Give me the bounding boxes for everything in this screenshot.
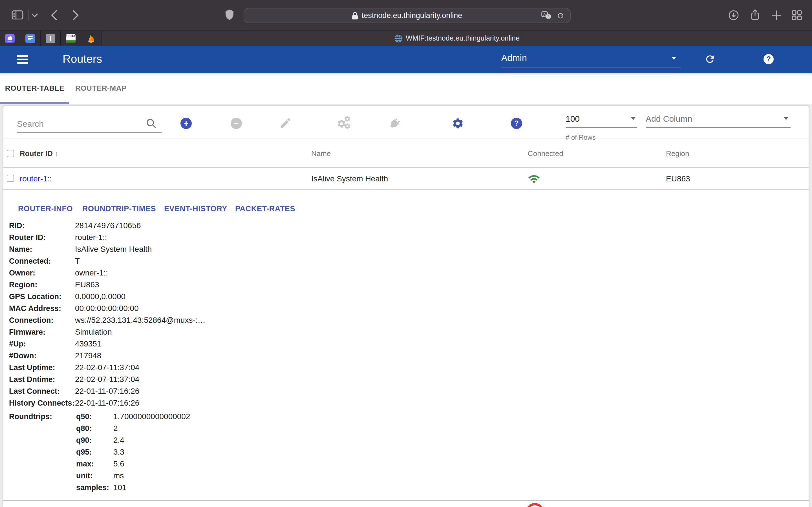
sort-ascending-icon: ↑ (55, 149, 58, 158)
detail-field-row: Region: EU863 (3, 279, 809, 291)
forward-icon[interactable] (72, 10, 79, 21)
chevron-down-icon (672, 57, 676, 60)
field-label: Firmware: (9, 326, 45, 338)
tab-label: ROUTER-TABLE (5, 84, 64, 93)
share-icon[interactable] (749, 8, 761, 21)
search-input[interactable] (17, 115, 162, 133)
detail-field-row: Connection: ws://52.233.131.43:52864@mux… (3, 314, 809, 326)
field-label: Roundtrips: (9, 411, 52, 422)
tab-router-table[interactable]: ROUTER-TABLE (0, 73, 69, 104)
roundtrips-row: q90: 2.4 (3, 434, 809, 446)
add-column-select[interactable]: Add Column (646, 106, 791, 140)
stat-value: 3.3 (113, 446, 124, 458)
column-header-connected[interactable]: Connected (528, 149, 563, 158)
new-tab-icon[interactable] (771, 10, 781, 20)
tab-router-map[interactable]: ROUTER-MAP (69, 73, 133, 104)
column-header-name[interactable]: Name (311, 149, 331, 158)
field-value: IsAlive System Health (75, 243, 152, 255)
field-label: MAC Address: (9, 302, 61, 314)
tab-roundtrip-times[interactable]: ROUNDTRIP-TIMES (82, 205, 156, 213)
tab-event-history[interactable]: EVENT-HISTORY (164, 205, 227, 213)
stat-label: max: (76, 458, 94, 470)
detail-field-row: Last Dntime: 22-02-07-11:37:04 (3, 374, 809, 385)
shield-icon[interactable] (225, 10, 234, 20)
detail-field-row: MAC Address: 00:00:00:00:00:00 (3, 302, 809, 314)
column-label: Connected (528, 149, 563, 158)
chevron-down-icon (631, 117, 636, 120)
disconnected-alert-icon (525, 503, 544, 507)
pinned-tab-cloud[interactable] (0, 31, 20, 46)
row-checkbox[interactable] (7, 175, 14, 182)
roundtrips-row: max: 5.6 (3, 458, 809, 470)
add-column-label: Add Column (646, 114, 692, 123)
add-button[interactable]: + (181, 118, 192, 129)
settings-gear-icon[interactable] (452, 117, 464, 129)
table-help-icon[interactable]: ? (511, 118, 522, 129)
stat-value: 2.4 (113, 434, 124, 446)
column-header-region[interactable]: Region (666, 149, 689, 158)
select-all-checkbox[interactable] (7, 150, 14, 157)
rows-caption: # of Rows (566, 133, 596, 142)
router-id-link[interactable]: router-1:: (20, 174, 52, 183)
search-icon (146, 118, 156, 128)
pinned-tab-info[interactable] (41, 31, 61, 46)
user-role-select[interactable]: Admin (501, 51, 680, 68)
pinned-tab-usda[interactable]: USDA (61, 31, 81, 46)
address-bar[interactable]: testnode.eu.thingularity.online A * (244, 8, 571, 23)
column-label: Name (311, 149, 331, 158)
pinned-tab-docs[interactable] (20, 31, 41, 46)
safari-window: testnode.eu.thingularity.online A * (0, 0, 812, 507)
stat-label: q80: (76, 422, 92, 434)
rows-select[interactable]: 100 # of Rows (566, 106, 637, 140)
select-underline (646, 127, 791, 128)
tab-overview-icon[interactable] (792, 10, 802, 20)
router-id-link[interactable]: router-1:: (75, 231, 107, 243)
field-value: Simulation (75, 326, 112, 338)
rid-link[interactable]: 281474976710656 (75, 220, 141, 231)
tab-packet-rates[interactable]: PACKET-RATES (235, 205, 295, 213)
router-name-cell: IsAlive System Health (311, 174, 388, 183)
field-label: Name: (9, 243, 33, 255)
downloads-icon[interactable] (728, 10, 739, 21)
detail-field-row: #Down: 217948 (3, 350, 809, 362)
roundtrips-row: samples: 101 (3, 482, 809, 494)
translate-icon[interactable]: A * (541, 11, 551, 20)
field-label: Connected: (9, 255, 51, 267)
detail-field-row: Connected: T (3, 255, 809, 267)
field-label: RID: (9, 220, 25, 231)
wifi-connected-icon (528, 173, 540, 184)
connect-plug-icon[interactable] (388, 117, 402, 130)
field-label: Owner: (9, 267, 35, 279)
menu-icon[interactable] (17, 55, 28, 66)
refresh-icon[interactable] (704, 54, 716, 65)
field-value: 439351 (75, 338, 101, 350)
divider (3, 167, 809, 168)
field-value: 22-01-11-07:16:26 (75, 397, 139, 409)
roundtrips-row: q80: 2 (3, 422, 809, 434)
active-tab[interactable]: WMIF:testnode.eu.thingularity.online (101, 31, 812, 46)
firebase-favicon-icon (86, 34, 96, 43)
field-value: 00:00:00:00:00:00 (75, 302, 139, 314)
manage-gears-icon[interactable] (337, 115, 352, 131)
detail-field-row: History Connects: 22-01-11-07:16:26 (3, 397, 809, 409)
column-label: Router ID (20, 149, 53, 158)
roundtrips-row: Roundtrips: q50: 1.7000000000000002 (3, 411, 809, 422)
edit-icon[interactable] (279, 117, 292, 129)
select-underline (566, 127, 637, 128)
toolbar-divider (28, 10, 29, 21)
back-icon[interactable] (51, 10, 57, 21)
lock-icon (352, 11, 358, 19)
select-underline (501, 68, 680, 68)
sidebar-icon[interactable] (11, 10, 24, 20)
pinned-tab-firebase[interactable] (81, 31, 101, 46)
globe-favicon-icon (394, 34, 402, 43)
help-icon[interactable]: ? (763, 54, 774, 64)
chevron-down-icon[interactable] (32, 13, 38, 17)
stat-value: 1.7000000000000002 (113, 411, 190, 422)
column-header-router-id[interactable]: Router ID ↑ (20, 149, 58, 158)
reload-icon[interactable] (557, 11, 564, 19)
tab-router-info[interactable]: ROUTER-INFO (18, 205, 73, 213)
detail-field-row: GPS Location: 0.0000,0.0000 (3, 291, 809, 302)
remove-button[interactable]: − (231, 118, 242, 129)
cloud-favicon-icon (5, 34, 15, 43)
